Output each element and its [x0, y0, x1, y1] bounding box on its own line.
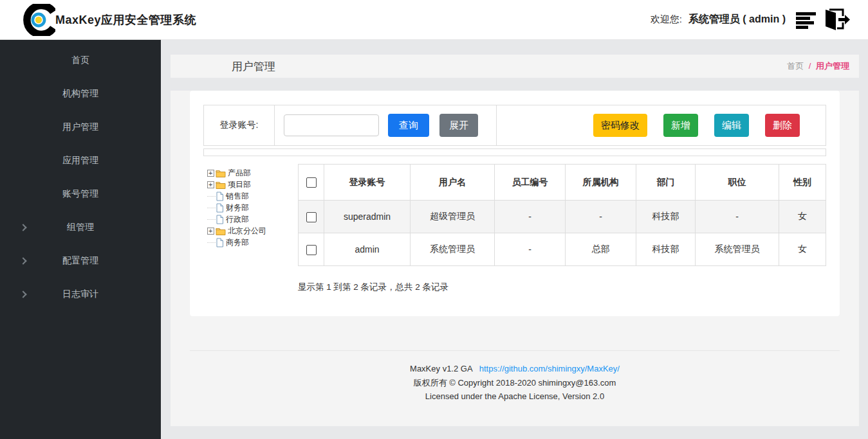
tree-node-label: 北京分公司 — [228, 226, 266, 237]
row-checkbox[interactable] — [306, 212, 317, 222]
select-all-checkbox[interactable] — [306, 177, 317, 188]
content-card: 登录账号: 查询 展开 密码修改 新增 编辑 删除 — [190, 91, 840, 316]
footer-github-link[interactable]: https://github.com/shimingxy/MaxKey/ — [479, 364, 620, 373]
table-header-row: 登录账号 用户名 员工编号 所属机构 部门 职位 性别 — [299, 165, 826, 201]
cell-department: 科技部 — [636, 233, 696, 266]
tree-expand-icon[interactable] — [207, 181, 214, 188]
cell-login: superadmin — [324, 201, 411, 233]
tree-node-beijing-branch[interactable]: 北京分公司 — [207, 225, 298, 237]
sidebar-item-label: 用户管理 — [62, 121, 98, 133]
sidebar: 首页 机构管理 用户管理 应用管理 账号管理 组管理 配置管理 日志审计 — [0, 40, 161, 439]
sidebar-item-groups[interactable]: 组管理 — [0, 211, 161, 244]
query-button[interactable]: 查询 — [388, 114, 429, 137]
row-checkbox[interactable] — [306, 245, 317, 255]
breadcrumb-separator: / — [809, 61, 811, 71]
org-tree: 产品部 项目部 销售部 — [203, 164, 298, 293]
cell-gender: 女 — [779, 201, 826, 233]
search-input-cell: 查询 展开 — [275, 105, 497, 145]
tree-node-label: 产品部 — [228, 168, 251, 179]
collapsed-search-strip — [203, 148, 826, 156]
maxkey-logo-icon — [23, 4, 55, 36]
sidebar-item-label: 配置管理 — [62, 255, 98, 267]
sidebar-item-label: 机构管理 — [62, 88, 98, 100]
folder-icon — [216, 227, 226, 235]
col-header-username[interactable]: 用户名 — [411, 165, 495, 201]
users-table-wrap: 登录账号 用户名 员工编号 所属机构 部门 职位 性别 — [298, 164, 826, 293]
cell-department: 科技部 — [636, 201, 696, 233]
sidebar-item-audit[interactable]: 日志审计 — [0, 278, 161, 311]
sidebar-item-accounts[interactable]: 账号管理 — [0, 177, 161, 211]
header-right: 欢迎您: 系统管理员 ( admin ) — [651, 8, 851, 32]
delete-button[interactable]: 删除 — [765, 114, 800, 137]
file-icon — [216, 215, 224, 224]
cell-job-title: 系统管理员 — [696, 233, 779, 266]
login-account-label: 登录账号: — [204, 105, 275, 145]
sidebar-item-users[interactable]: 用户管理 — [0, 111, 161, 144]
tree-node-label: 销售部 — [226, 191, 249, 202]
sidebar-item-organizations[interactable]: 机构管理 — [0, 77, 161, 111]
tree-connector — [207, 196, 216, 197]
tree-node-label: 行政部 — [226, 214, 249, 225]
tree-connector — [207, 242, 216, 243]
col-header-gender[interactable]: 性别 — [779, 165, 826, 201]
content-wrapper: 登录账号: 查询 展开 密码修改 新增 编辑 删除 — [171, 91, 859, 426]
chevron-right-icon — [19, 224, 26, 231]
cell-employee-id: - — [495, 201, 566, 233]
current-user-label: 系统管理员 ( admin ) — [688, 13, 786, 26]
users-table: 登录账号 用户名 员工编号 所属机构 部门 职位 性别 — [298, 164, 826, 266]
table-row[interactable]: admin 系统管理员 - 总部 科技部 系统管理员 女 — [299, 233, 826, 266]
sidebar-item-home[interactable]: 首页 — [0, 44, 161, 77]
col-header-department[interactable]: 部门 — [636, 165, 696, 201]
change-password-button[interactable]: 密码修改 — [593, 114, 647, 137]
tree-expand-icon[interactable] — [207, 228, 214, 235]
sidebar-item-apps[interactable]: 应用管理 — [0, 144, 161, 177]
expand-button[interactable]: 展开 — [439, 114, 478, 137]
welcome-label: 欢迎您: — [651, 13, 682, 26]
sidebar-item-label: 首页 — [71, 55, 89, 66]
tree-expand-icon[interactable] — [207, 170, 214, 177]
page-title: 用户管理 — [171, 59, 275, 74]
breadcrumb: 首页 / 用户管理 — [787, 60, 859, 72]
tree-node-product[interactable]: 产品部 — [207, 167, 298, 179]
cell-username: 系统管理员 — [411, 233, 495, 266]
tree-node-project[interactable]: 项目部 — [207, 179, 298, 190]
col-header-login[interactable]: 登录账号 — [324, 165, 411, 201]
footer-copyright: 版权所有 © Copyright 2018-2020 shimingxy@163… — [171, 376, 859, 390]
action-buttons: 密码修改 新增 编辑 删除 — [497, 105, 826, 145]
cell-organization: - — [566, 201, 636, 233]
col-header-organization[interactable]: 所属机构 — [566, 165, 636, 201]
tree-node-business-dept[interactable]: 商务部 — [207, 237, 298, 248]
logout-icon[interactable] — [822, 8, 851, 32]
main-area: 用户管理 首页 / 用户管理 登录账号: 查询 展开 密码修改 — [161, 40, 868, 439]
menu-list-icon[interactable] — [795, 10, 819, 30]
cell-username: 超级管理员 — [411, 201, 495, 233]
tree-node-label: 项目部 — [228, 179, 251, 190]
cell-employee-id: - — [495, 233, 566, 266]
tree-node-admin-dept[interactable]: 行政部 — [207, 213, 298, 225]
tree-node-sales[interactable]: 销售部 — [207, 190, 298, 202]
login-account-input[interactable] — [284, 114, 379, 136]
breadcrumb-home[interactable]: 首页 — [787, 61, 804, 71]
cell-job-title: - — [696, 201, 779, 233]
sidebar-item-label: 应用管理 — [62, 155, 98, 166]
tree-node-finance[interactable]: 财务部 — [207, 202, 298, 213]
footer: MaxKey v1.2 GA https://github.com/shimin… — [171, 351, 859, 404]
folder-icon — [216, 181, 226, 189]
tree-connector — [207, 219, 216, 220]
footer-license: Licensed under the Apache License, Versi… — [171, 390, 859, 404]
footer-version: MaxKey v1.2 GA — [410, 364, 472, 373]
col-header-employee-id[interactable]: 员工编号 — [495, 165, 566, 201]
cell-organization: 总部 — [566, 233, 636, 266]
app-title: MaxKey应用安全管理系统 — [55, 12, 196, 28]
file-icon — [216, 238, 224, 247]
col-header-job-title[interactable]: 职位 — [696, 165, 779, 201]
tree-node-label: 商务部 — [226, 237, 249, 248]
file-icon — [216, 203, 224, 213]
folder-icon — [216, 169, 226, 177]
top-header: MaxKey应用安全管理系统 欢迎您: 系统管理员 ( admin ) — [0, 0, 868, 40]
record-summary: 显示第 1 到第 2 条记录，总共 2 条记录 — [298, 282, 826, 293]
add-button[interactable]: 新增 — [663, 114, 698, 137]
edit-button[interactable]: 编辑 — [714, 114, 749, 137]
table-row[interactable]: superadmin 超级管理员 - - 科技部 - 女 — [299, 201, 826, 233]
sidebar-item-config[interactable]: 配置管理 — [0, 244, 161, 278]
